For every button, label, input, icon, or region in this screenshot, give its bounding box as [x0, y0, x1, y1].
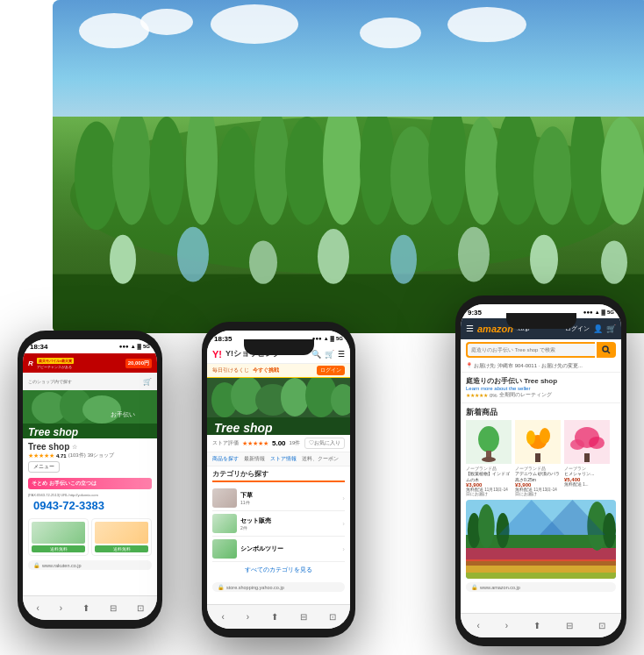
- svg-point-55: [570, 439, 584, 450]
- yahoo-cart-icon[interactable]: 🛒: [325, 350, 334, 359]
- svg-point-64: [478, 504, 495, 548]
- yahoo-sub-bar: 毎日引けるくじ 今すぐ挑戦 ログイン: [207, 364, 350, 378]
- rakuten-status-bar: 18:34 ●●● ▲ ▓ 5G: [23, 339, 157, 353]
- yahoo-categories: カテゴリから探す 下草 11件 › セット販売 2件 ›: [207, 466, 350, 580]
- yahoo-menu-icon[interactable]: ☰: [338, 350, 345, 359]
- back-icon-y[interactable]: ‹: [221, 612, 224, 622]
- lock-icon: 🔒: [33, 562, 39, 568]
- store-phone-number[interactable]: 0943-72-3383: [28, 497, 152, 514]
- shipping-badge-1: 送料無料: [32, 545, 85, 552]
- amazon-search-input[interactable]: [466, 342, 595, 358]
- bookmarks-icon[interactable]: ⊟: [110, 603, 117, 613]
- product-name-2: アデニウム 砂漠のバラ 高さ0.25m: [515, 471, 561, 482]
- battery-icon: ▓: [331, 336, 334, 341]
- rakuten-header: R 楽天モバイル×最天賞 アピーチャンスがある 20,000円: [23, 353, 157, 373]
- yahoo-status-icons: ●●● ▲ ▓ 5G: [312, 336, 343, 341]
- favorite-icon[interactable]: ☆: [72, 444, 77, 451]
- battery-icon-a: ▓: [602, 310, 605, 315]
- tabs-icon[interactable]: ⊡: [137, 603, 144, 613]
- svg-rect-52: [535, 453, 540, 462]
- svg-point-19: [177, 227, 209, 282]
- yahoo-url-bar: 🔒 store.shopping.yahoo.co.jp: [212, 582, 345, 592]
- yahoo-store-rating: ストア評価 ★★★★★ 5.00 19件 ♡お気に入り: [207, 435, 350, 452]
- share-icon[interactable]: ⬆: [82, 603, 89, 613]
- rakuten-menu-btn[interactable]: メニュー: [28, 461, 60, 473]
- yahoo-store-info-label[interactable]: ストア情報: [270, 455, 297, 463]
- yahoo-notch: [244, 339, 314, 355]
- bookmarks-icon-a[interactable]: ⊟: [566, 621, 573, 630]
- signal-label: 5G: [143, 344, 150, 349]
- hamburger-icon[interactable]: ☰: [466, 324, 474, 333]
- svg-point-23: [458, 227, 490, 282]
- rakuten-search-bar[interactable]: このショップ内で探す 🛒: [23, 373, 157, 390]
- amazon-product-2[interactable]: ノーブランド品 アデニウム 砂漠のバラ 高さ0.25m ¥3,900 無料配送 …: [515, 420, 561, 496]
- category-item-1[interactable]: 下草 11件 ›: [212, 486, 345, 511]
- amazon-search-bar[interactable]: [461, 339, 621, 360]
- signal-icon-a: ●●●: [583, 310, 593, 315]
- yahoo-search-label[interactable]: 商品を探す: [212, 455, 239, 463]
- yahoo-fav-btn[interactable]: ♡お気に入り: [304, 438, 345, 449]
- yahoo-login-btn[interactable]: ログイン: [317, 366, 345, 375]
- svg-rect-62: [466, 566, 616, 579]
- forward-icon-a[interactable]: ›: [505, 621, 508, 630]
- background-image: [53, 0, 644, 333]
- yahoo-today-label[interactable]: 今すぐ挑戦: [253, 367, 279, 374]
- category-name-2: セット販売: [240, 516, 271, 525]
- yahoo-search-icon[interactable]: 🔍: [311, 350, 321, 359]
- rakuten-promo-banner: そとめ お手伝いこの立つは: [28, 478, 152, 489]
- forward-icon[interactable]: ›: [60, 603, 62, 613]
- svg-point-42: [603, 346, 608, 352]
- amazon-account-icon[interactable]: 👤: [593, 324, 603, 333]
- product-card-2[interactable]: 送料無料: [91, 518, 152, 556]
- phone-rakuten: 18:34 ●●● ▲ ▓ 5G R 楽天モバイル×最天賞 アピーチャンスがある…: [18, 331, 162, 629]
- amazon-store-header: 庭造りのお手伝い Tree shop Learn more about the …: [461, 373, 621, 403]
- yahoo-coupon-label: 送料、クーポン: [302, 455, 339, 463]
- yahoo-see-all[interactable]: すべてのカテゴリを見る: [212, 562, 345, 578]
- wifi-icon-a: ▲: [595, 310, 600, 315]
- tabs-icon-y[interactable]: ⊡: [329, 612, 336, 622]
- svg-point-16: [601, 117, 644, 225]
- svg-point-45: [478, 426, 499, 452]
- chevron-right-icon-1: ›: [342, 495, 345, 502]
- share-icon-y[interactable]: ⬆: [271, 612, 278, 622]
- product-shipping-1: 無料配送 11月13日-14日にお届け: [466, 488, 512, 496]
- svg-point-56: [589, 437, 605, 449]
- category-img-1: [212, 488, 237, 508]
- amazon-product-3[interactable]: ノーブラン ヒメシャリン... ¥5,400 無料配送 1...: [564, 420, 610, 496]
- svg-point-29: [82, 395, 121, 424]
- svg-point-5: [218, 126, 256, 224]
- yahoo-sort-label: 最新情報: [244, 455, 265, 463]
- amazon-product-img-1: [466, 420, 512, 464]
- svg-point-50: [526, 431, 535, 445]
- bookmarks-icon-y[interactable]: ⊟: [300, 612, 307, 622]
- amazon-product-img-3: [564, 420, 610, 464]
- signal-icon: ●●●: [119, 344, 129, 349]
- back-icon-a[interactable]: ‹: [476, 621, 479, 630]
- yahoo-signal: 5G: [336, 336, 343, 341]
- yahoo-time: 18:35: [214, 335, 232, 343]
- category-item-3[interactable]: シンボルツリー ›: [212, 537, 345, 562]
- product-shipping-3: 無料配送 1...: [564, 482, 610, 487]
- yahoo-review-count: 19件: [290, 439, 301, 447]
- svg-text:お手伝い: お手伝い: [111, 411, 135, 418]
- svg-point-47: [482, 457, 496, 462]
- amazon-search-button[interactable]: [597, 342, 616, 358]
- amazon-rating-stars: ★★★★★: [466, 392, 488, 398]
- amazon-new-products-title: 新着商品: [461, 403, 621, 420]
- amazon-cart-icon[interactable]: 🛒: [606, 324, 616, 333]
- rakuten-rank: 39ショップ: [88, 452, 115, 459]
- tabs-icon-a[interactable]: ⊡: [598, 621, 605, 630]
- wifi-icon: ▲: [324, 336, 329, 341]
- forward-icon-y[interactable]: ›: [247, 612, 249, 622]
- back-icon[interactable]: ‹: [36, 603, 39, 613]
- rakuten-url: www.rakuten.co.jp: [42, 563, 82, 568]
- amazon-url-bar: 🔒 www.amazon.co.jp: [466, 582, 616, 592]
- product-card-1[interactable]: 送料無料: [28, 518, 89, 556]
- amazon-rating-label: 全期間のレーティング: [499, 391, 552, 399]
- amazon-product-1[interactable]: ノーブランド品 【観葉植物】インドゴムの木 ¥3,900 無料配送 11月13日…: [466, 420, 512, 496]
- share-icon-a[interactable]: ⬆: [533, 621, 540, 630]
- category-item-2[interactable]: セット販売 2件 ›: [212, 511, 345, 537]
- rakuten-status-icons: ●●● ▲ ▓ 5G: [119, 344, 150, 349]
- amazon-signal: 5G: [607, 310, 614, 315]
- wifi-icon: ▲: [131, 344, 136, 349]
